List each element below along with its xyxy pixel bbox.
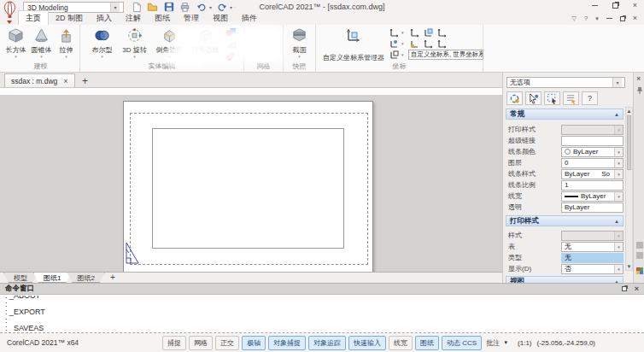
- doc-restore-button[interactable]: [620, 16, 625, 21]
- line-color-combo[interactable]: ByLayer ▾: [561, 147, 624, 157]
- pin-icon[interactable]: [636, 86, 643, 97]
- toggle-snap[interactable]: 捕捉: [162, 336, 186, 350]
- quick-select-button[interactable]: [563, 91, 579, 105]
- chevron-down-icon[interactable]: ▾: [614, 170, 623, 179]
- tab-home[interactable]: 主页: [18, 10, 49, 25]
- tab-model[interactable]: 模型: [3, 273, 38, 283]
- chevron-down-icon[interactable]: ▾: [614, 192, 623, 201]
- new-sheet-button[interactable]: +: [105, 273, 120, 283]
- toggle-grid[interactable]: 网格: [189, 336, 213, 350]
- close-button[interactable]: ×: [633, 3, 637, 9]
- ccs-rotate-button[interactable]: [436, 38, 448, 49]
- select-matching-button[interactable]: [506, 91, 523, 105]
- transparency-input[interactable]: ByLayer: [561, 202, 624, 213]
- chevron-down-icon[interactable]: ▾: [614, 265, 623, 273]
- chevron-down-icon[interactable]: ▾: [614, 159, 623, 167]
- box-button[interactable]: 长方体 ▾: [3, 26, 29, 59]
- dropdown-icon[interactable]: ▾: [65, 55, 67, 59]
- chevron-down-icon[interactable]: ▾: [614, 148, 623, 156]
- tab-insert[interactable]: 插入: [90, 11, 119, 25]
- chevron-down-icon[interactable]: ▾: [614, 243, 623, 251]
- tab-sheet[interactable]: 图纸: [148, 11, 177, 25]
- dropdown-icon[interactable]: ▾: [401, 41, 407, 46]
- tab-sheet1[interactable]: 图纸1: [33, 273, 71, 283]
- ribbon-collapse-icon[interactable]: ▽: [571, 15, 576, 22]
- toggle-ortho[interactable]: 正交: [215, 336, 239, 350]
- tab-sheet2[interactable]: 图纸2: [67, 273, 104, 283]
- toggle-polar[interactable]: 极轴: [242, 336, 266, 350]
- sheet-paper[interactable]: [123, 101, 373, 277]
- dropdown-icon[interactable]: ▾: [40, 55, 43, 59]
- section-header-print-style[interactable]: 打印样式 ▲: [506, 215, 624, 226]
- command-window-header[interactable]: 命令窗口 ×: [0, 284, 644, 295]
- toggle-etrack[interactable]: 对象追踪: [308, 336, 346, 350]
- dropdown-icon[interactable]: ▾: [401, 52, 407, 57]
- tab-manage[interactable]: 管理: [177, 11, 206, 25]
- dropdown-icon[interactable]: ▾: [15, 55, 17, 59]
- ccs-zaxis-button[interactable]: [408, 38, 420, 49]
- rotate-3d-button[interactable]: 3D 旋转 ▾: [118, 26, 152, 60]
- entity-selector[interactable]: 无选项 ▾: [506, 77, 625, 88]
- ccs-face-button[interactable]: [436, 27, 448, 38]
- command-close-button[interactable]: ×: [635, 286, 639, 292]
- toggle-esnap[interactable]: 对象捕捉: [268, 336, 306, 350]
- collapse-icon[interactable]: ▲: [614, 112, 619, 117]
- ccs-3point-button[interactable]: [422, 38, 434, 49]
- annotation-menu[interactable]: 批注 ▼: [482, 337, 512, 349]
- scrollbar-thumb[interactable]: [627, 115, 631, 170]
- toggle-sheet[interactable]: 图纸: [415, 336, 439, 350]
- tab-view[interactable]: 视图: [206, 11, 235, 25]
- restore-button[interactable]: [612, 3, 618, 9]
- ccs-selector[interactable]: 自定义坐标系, 世界坐标系 ▾: [408, 50, 483, 60]
- doc-minimize-button[interactable]: [606, 18, 612, 19]
- tab-addins[interactable]: 插件: [235, 11, 264, 25]
- tab-annotate[interactable]: 注解: [119, 11, 148, 25]
- help-dropdown-icon[interactable]: ▾: [595, 15, 599, 22]
- layer-combo[interactable]: 0 ▾: [561, 158, 624, 168]
- properties-palette-icon[interactable]: [636, 267, 643, 274]
- ccs-manager-button[interactable]: 自定义坐标系管理器: [321, 26, 386, 62]
- new-document-tab-button[interactable]: +: [78, 74, 93, 87]
- table-combo[interactable]: 无 ▾: [561, 242, 624, 252]
- select-entities-button[interactable]: [525, 91, 542, 105]
- cone-button[interactable]: 圆锥体 ▾: [29, 26, 55, 59]
- toggle-qinput[interactable]: 快速输入: [348, 336, 386, 350]
- command-float-button[interactable]: [622, 286, 627, 291]
- viewport-rect[interactable]: [152, 128, 344, 249]
- extrude-button[interactable]: 拉伸 ▾: [55, 26, 79, 59]
- line-weight-combo[interactable]: ByLayer ▾: [561, 191, 624, 202]
- command-history[interactable]: : _ABOUT : : _EXPORT : : _SAVEAS :: [0, 296, 644, 331]
- display-combo[interactable]: 否 ▾: [561, 264, 624, 274]
- document-tab[interactable]: ssdax : m.dwg ×: [4, 73, 75, 87]
- dropdown-icon[interactable]: ▾: [133, 55, 136, 59]
- ccs-world-button[interactable]: [388, 27, 400, 38]
- dropdown-icon[interactable]: ▾: [401, 30, 407, 35]
- ccs-entity-button[interactable]: [422, 27, 434, 38]
- dropdown-icon[interactable]: ▾: [298, 55, 301, 59]
- help-icon[interactable]: ?: [584, 15, 588, 22]
- toggle-dynamic-ccs[interactable]: 动态 CCS: [442, 336, 482, 350]
- dropdown-icon[interactable]: ▾: [101, 55, 103, 59]
- chevron-down-icon[interactable]: ▾: [612, 78, 622, 87]
- scroll-down-icon[interactable]: ▼: [626, 263, 632, 270]
- ccs-origin-button[interactable]: [388, 38, 400, 49]
- help-button[interactable]: ?: [582, 91, 598, 105]
- tab-2d-drafting[interactable]: 2D 制图: [49, 11, 90, 25]
- palette-close-icon[interactable]: ×: [636, 74, 641, 83]
- toggle-lineweight[interactable]: 线宽: [389, 336, 413, 350]
- properties-scrollbar[interactable]: ▲ ▼: [625, 107, 633, 271]
- boolean-button[interactable]: 布尔型 ▾: [87, 26, 118, 60]
- doc-close-button[interactable]: ×: [633, 15, 637, 21]
- line-style-combo[interactable]: ByLayer So ▾: [561, 169, 624, 179]
- minimize-button[interactable]: [592, 5, 598, 6]
- ccs-named-button[interactable]: [388, 50, 400, 60]
- line-scale-input[interactable]: 1: [561, 180, 624, 191]
- collapse-icon[interactable]: ▲: [614, 219, 619, 224]
- document-tab-close-icon[interactable]: ×: [63, 77, 67, 85]
- canvas-background[interactable]: [0, 95, 502, 272]
- hyperlink-input[interactable]: [561, 136, 624, 146]
- type-value[interactable]: 无: [561, 253, 624, 263]
- section-header-view[interactable]: 视图 ▲: [506, 276, 624, 283]
- drawing-canvas[interactable]: [0, 88, 502, 272]
- select-box-button[interactable]: [544, 91, 560, 105]
